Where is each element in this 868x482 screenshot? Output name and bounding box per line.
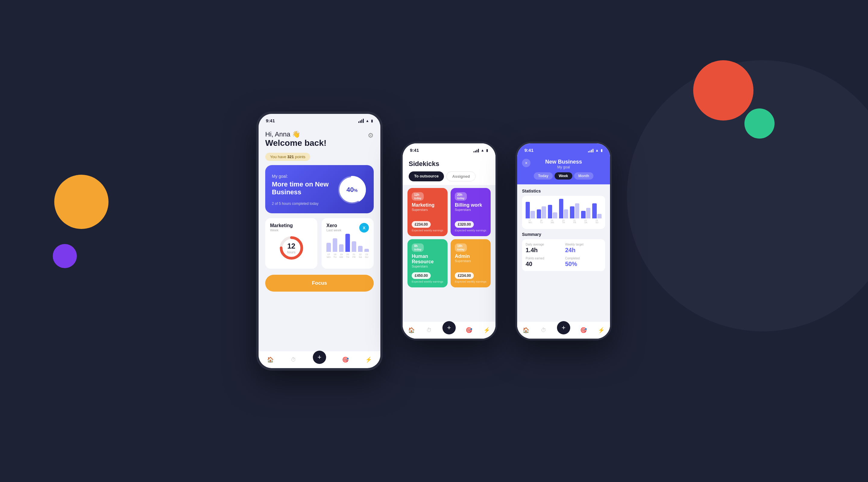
summary-title: Summary [522, 232, 605, 237]
main-phone: 9:41 ▲ ▮ Hi, Anna 👋 Welcome back! ⚙ [256, 111, 383, 371]
nb-tab-today[interactable]: Today [534, 172, 553, 180]
goal-label: My goal: [272, 174, 337, 179]
xero-bar [327, 243, 331, 252]
donut-chart: 12 hours [270, 234, 313, 261]
stats-col: 22SA [581, 208, 590, 224]
nb-nav-timer[interactable]: ⏱ [539, 326, 548, 334]
wifi-icon-s: ▲ [481, 148, 484, 153]
settings-icon[interactable]: ⚙ [368, 132, 374, 139]
nb-nav-target[interactable]: 🎯 [579, 326, 588, 334]
welcome-text: Welcome back! [265, 138, 327, 148]
goal-card: My goal: More time on New Business 2 of … [265, 165, 374, 213]
nav-home-icon[interactable]: 🏠 [266, 355, 275, 364]
sc-time-badge: 8htoday [412, 244, 424, 252]
completed-label: Completed [565, 257, 601, 260]
stats-date: 22SA [584, 219, 587, 224]
new-business-phone: 9:41 ▲ ▮ × New Business My goal [516, 141, 612, 341]
sc-price: £234.00 [455, 272, 474, 279]
marketing-widget[interactable]: Marketing Week 12 hours [265, 218, 317, 269]
sidekicks-tabs: To outsource Assigned [409, 171, 490, 181]
sc-footer: Expected weekly earnings [412, 280, 443, 283]
points-badge: You have 321 points [265, 153, 310, 161]
tab-to-outsource[interactable]: To outsource [409, 171, 444, 181]
nb-body: Statistics 17MO18TU19WE20TH21FR22SA23SU … [517, 184, 610, 322]
stats-bar-light [564, 210, 568, 218]
sc-time-badge: 20htoday [455, 192, 467, 201]
stats-bars: 17MO18TU19WE20TH21FR22SA23SU [526, 199, 601, 224]
weekly-target-label: Weekly target [565, 243, 601, 246]
xero-widget[interactable]: Xero Last week X 17MO18TU19WE20TH21FR22S… [321, 218, 374, 269]
marketing-widget-title: Marketing [270, 223, 313, 228]
xero-header: Xero Last week X [327, 223, 369, 234]
bg-circle-purple [53, 244, 77, 268]
bg-circle-green [744, 108, 775, 138]
stats-bar-dark [581, 211, 585, 218]
main-phone-content: Hi, Anna 👋 Welcome back! ⚙ You have 321 … [258, 126, 380, 365]
nb-nav-plus[interactable]: + [557, 321, 570, 334]
marketing-widget-subtitle: Week [270, 228, 313, 232]
sidekicks-bottom-nav: 🏠 ⏱ + 🎯 ⚡ [403, 322, 495, 339]
xero-bar-label: 22SA [359, 253, 362, 258]
sidekicks-nav-timer[interactable]: ⏱ [425, 326, 433, 334]
xero-logo: X [359, 223, 369, 232]
stats-bar-light [553, 213, 557, 218]
xero-bar-label: 18TU [333, 253, 337, 258]
nb-nav-flash[interactable]: ⚡ [597, 326, 606, 334]
completed-value: 50% [565, 261, 601, 267]
nb-tab-week[interactable]: Week [555, 172, 572, 180]
sidekicks-time: 9:41 [410, 148, 419, 153]
xero-bar [339, 244, 344, 252]
stats-date: 17MO [529, 219, 532, 224]
xero-bar [345, 234, 350, 252]
sidekicks-nav-home[interactable]: 🏠 [407, 326, 415, 334]
donut-text: 12 hours [287, 242, 296, 254]
sidekicks-nav-plus[interactable]: + [442, 321, 456, 334]
sidekick-card[interactable]: 18htoday Admin Superstars £234.00 Expect… [451, 239, 491, 287]
xero-bar-label: 17MO [327, 253, 331, 258]
sc-footer: Expected weekly earnings [455, 229, 487, 232]
xero-bar-col: 23SU [364, 249, 369, 258]
focus-button[interactable]: Focus [265, 275, 374, 292]
signal-icon [358, 119, 364, 123]
bg-circle-orange [54, 175, 108, 229]
stats-bar-dark [537, 210, 541, 218]
nav-target-icon[interactable]: 🎯 [341, 355, 350, 364]
battery-icon: ▮ [371, 119, 373, 123]
tab-assigned[interactable]: Assigned [446, 171, 475, 181]
sidekicks-header: Sidekicks To outsource Assigned [403, 155, 495, 185]
nb-status-icons: ▲ ▮ [588, 148, 603, 153]
nb-close-button[interactable]: × [522, 159, 530, 167]
sc-card-category: Superstars [455, 259, 487, 263]
signal-icon-nb [588, 148, 593, 153]
sc-card-category: Superstars [412, 264, 443, 268]
sidekicks-nav-flash[interactable]: ⚡ [483, 326, 491, 334]
greeting-section: Hi, Anna 👋 Welcome back! [265, 130, 327, 148]
nb-title: New Business [545, 159, 582, 165]
nav-plus-button[interactable]: + [313, 351, 326, 364]
sc-card-category: Superstars [455, 208, 487, 212]
nb-tab-month[interactable]: Month [574, 172, 593, 180]
sidekick-card[interactable]: 12htoday Marketing Superstars £234.00 Ex… [407, 188, 447, 236]
stats-col: 23SU [592, 203, 601, 224]
wifi-icon: ▲ [366, 119, 369, 123]
nb-nav-home[interactable]: 🏠 [522, 326, 530, 334]
stats-bar-light [597, 214, 601, 218]
nav-flash-icon[interactable]: ⚡ [364, 355, 373, 364]
sidekicks-inner: 9:41 ▲ ▮ Sidekicks To outsource Assi [403, 143, 495, 339]
nav-timer-icon[interactable]: ⏱ [289, 355, 298, 364]
xero-bar-col: 18TU [333, 238, 337, 258]
sidekicks-nav-target[interactable]: 🎯 [465, 326, 473, 334]
xero-bar-col: 21FR [352, 241, 356, 258]
xero-bar-label: 20TH [346, 253, 349, 258]
nb-status-bar: 9:41 ▲ ▮ [517, 143, 610, 155]
sidekick-card[interactable]: 20htoday Billing work Superstars £320.00… [451, 188, 491, 236]
weekly-target: Weekly target 24h [565, 243, 601, 254]
sidekick-card[interactable]: 8htoday Human Resource Superstars £450.0… [407, 239, 447, 287]
goal-progress-text: 2 of 5 hours completed today [272, 201, 337, 206]
completed: Completed 50% [565, 257, 601, 267]
xero-title: Xero [327, 223, 341, 228]
stats-bar-dark [559, 199, 563, 218]
sc-card-name: Billing work [455, 202, 487, 208]
xero-bar [333, 238, 337, 252]
sc-footer: Expected weekly earnings [455, 280, 487, 283]
